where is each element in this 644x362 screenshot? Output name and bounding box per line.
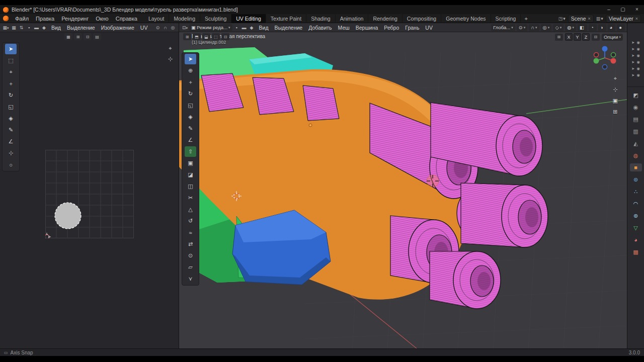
uv-select-mode-icon[interactable]: ▪ [25, 25, 33, 30]
visibility-eye-icon[interactable]: ◉ [636, 53, 640, 58]
viewport-menu-item[interactable]: Меш [335, 25, 353, 31]
uv-pan-icon[interactable]: ⊹ [168, 56, 173, 62]
outliner-row[interactable]: ➤◉ [631, 40, 640, 45]
outliner-row[interactable]: ➤◉ [631, 66, 640, 71]
orientation-dropdown[interactable]: Глоба...▾ [491, 24, 515, 31]
cursor-tool[interactable]: ⌖ [5, 67, 17, 77]
material-tab[interactable]: ◕ [630, 236, 642, 244]
uv-header-icon[interactable]: ◎ [169, 25, 177, 30]
output-tab[interactable]: ▤ [630, 115, 642, 123]
grab-tool[interactable]: ⊹ [5, 148, 17, 158]
shading-wireframe-toggle[interactable]: ◔ [589, 24, 597, 31]
outliner-row[interactable]: ➤◉ [631, 60, 640, 64]
menu-item[interactable]: Правка [32, 16, 58, 22]
mesh-select-mode-icon[interactable]: ▬ [240, 25, 248, 30]
proportional-edit-dropdown[interactable]: ◎▾ [541, 24, 552, 31]
constraints-tab[interactable]: ⊛ [630, 212, 642, 220]
viewport-menu-item[interactable]: Выделение [272, 25, 306, 31]
viewport-menu-item[interactable]: UV [422, 25, 436, 31]
uv-tool-setting-icon[interactable]: ▦ [64, 33, 72, 40]
toggle-ortho-icon[interactable]: ⊞ [613, 109, 618, 115]
camera-view-icon[interactable]: ▣ [613, 98, 618, 104]
measure-tool[interactable]: ∠ [5, 136, 17, 147]
extrude-region-tool[interactable]: ⇧ [185, 146, 196, 157]
workspace-tab[interactable]: Compositing [403, 14, 441, 23]
scene-tab[interactable]: ◭ [630, 139, 642, 147]
uv-header-icon[interactable]: ∩ [162, 25, 169, 30]
shear-tool[interactable]: ▱ [185, 262, 196, 273]
viewport-tool-setting-icon[interactable]: ⊞ [183, 33, 191, 40]
particles-tab[interactable]: ∴ [630, 188, 642, 196]
viewport-menu-item[interactable]: Вид [256, 25, 272, 31]
viewport-tool-setting-icon[interactable]: ⬒ [193, 33, 201, 40]
shrink-flatten-tool[interactable]: ⊙ [185, 250, 196, 261]
select-arrow-icon[interactable]: ➤ [631, 40, 634, 45]
inset-faces-tool[interactable]: ▣ [185, 158, 196, 168]
scene-selector[interactable]: Scene × [568, 15, 594, 23]
zoom-icon[interactable]: ⌖ [613, 75, 618, 82]
close-button[interactable]: × [630, 5, 644, 14]
menu-item[interactable]: Рендеринг [58, 16, 92, 22]
snap-options-icon[interactable]: ⊟ [592, 34, 600, 41]
viewport-tool-setting-icon[interactable]: ⬚ [212, 33, 220, 40]
workspace-tab[interactable]: Animation [336, 14, 369, 23]
tweak-tool[interactable]: ➤ [185, 54, 196, 64]
transform-tool[interactable]: ◈ [5, 113, 17, 124]
barrel-cap[interactable] [453, 251, 501, 309]
loop-cut-tool[interactable]: ◫ [185, 181, 196, 192]
browse-scene-icon[interactable]: ◳▾ [558, 16, 566, 21]
browse-viewlayer-icon[interactable]: ▥▾ [596, 16, 603, 21]
select-arrow-icon[interactable]: ➤ [631, 47, 634, 51]
shading-rendered-toggle[interactable]: ● [617, 24, 625, 31]
uv-menu-item[interactable]: Выделение [64, 25, 98, 31]
uv-header-icon[interactable]: ⊙ [154, 25, 162, 30]
viewport-menu-item[interactable]: Добавить [305, 25, 335, 31]
viewport-canvas[interactable]: Пользовательская перспектива (1) Цилиндр… [179, 32, 627, 348]
gizmo-x-neg[interactable] [594, 53, 599, 57]
blender-menu-icon[interactable] [3, 16, 9, 21]
sample-tool[interactable]: ○ [5, 159, 17, 170]
move-tool[interactable]: ＋ [5, 78, 17, 89]
mirror-axis-button[interactable]: Y [574, 33, 581, 41]
workspace-tab[interactable]: Rendering [368, 14, 402, 23]
uv-menu-item[interactable]: Вид [48, 25, 64, 31]
uv-select-mode-icon[interactable]: ◆ [40, 25, 48, 30]
workspace-tab[interactable]: Geometry Nodes [441, 14, 491, 23]
menu-item[interactable]: Справка [112, 16, 141, 22]
mesh-select-mode-icon[interactable]: ▪ [233, 25, 240, 30]
visibility-eye-icon[interactable]: ◉ [636, 73, 640, 77]
gizmo-y-axis[interactable] [594, 58, 599, 64]
uv-tool-setting-icon[interactable]: ▤ [93, 33, 101, 40]
workspace-tab[interactable]: Layout [144, 14, 170, 23]
mirror-axis-button[interactable]: X [565, 33, 573, 41]
measure-tool[interactable]: ∠ [185, 135, 196, 145]
viewlayer-tab[interactable]: ▥ [630, 127, 642, 135]
workspace-tab[interactable]: UV Editing [231, 14, 266, 23]
bevel-tool[interactable]: ◪ [185, 169, 196, 180]
object-origin-dot[interactable] [309, 124, 312, 127]
mesh-select-mode-icon[interactable]: ◆ [248, 25, 256, 30]
viewport-menu-item[interactable]: Ребро [381, 25, 402, 31]
navigation-gizmo[interactable] [590, 43, 619, 72]
viewlayer-unlink-icon[interactable]: × [635, 16, 638, 21]
barrel-cap[interactable] [502, 185, 548, 247]
pan-icon[interactable]: ⊹ [613, 86, 618, 93]
rotate-tool[interactable]: ↻ [5, 90, 17, 101]
uv-select-mode-icon[interactable]: ⇅ [18, 25, 25, 30]
snap-magnet-dropdown[interactable]: ∩▾ [529, 24, 539, 31]
editor-type-icon[interactable]: ▦▾ [2, 25, 10, 30]
scene-3d[interactable] [179, 32, 627, 348]
select-arrow-icon[interactable]: ➤ [631, 73, 634, 77]
spin-tool[interactable]: ↺ [185, 216, 196, 226]
modifiers-tab[interactable]: ⊚ [630, 175, 642, 184]
texture-tab[interactable]: ▩ [630, 248, 642, 256]
select-box-tool[interactable]: ⬚ [5, 55, 17, 66]
mirror-icon[interactable]: ⊞ [555, 34, 563, 41]
gizmo-y-neg[interactable] [611, 53, 616, 57]
tool-tab[interactable]: ◩ [630, 91, 642, 99]
data-tab[interactable]: ▽ [630, 224, 642, 232]
world-tab[interactable]: ◍ [630, 151, 642, 159]
maximize-button[interactable]: ▢ [616, 5, 630, 14]
gizmos-dropdown[interactable]: ◇▾ [553, 24, 564, 31]
uv-tool-setting-icon[interactable]: ⊡ [84, 33, 92, 40]
